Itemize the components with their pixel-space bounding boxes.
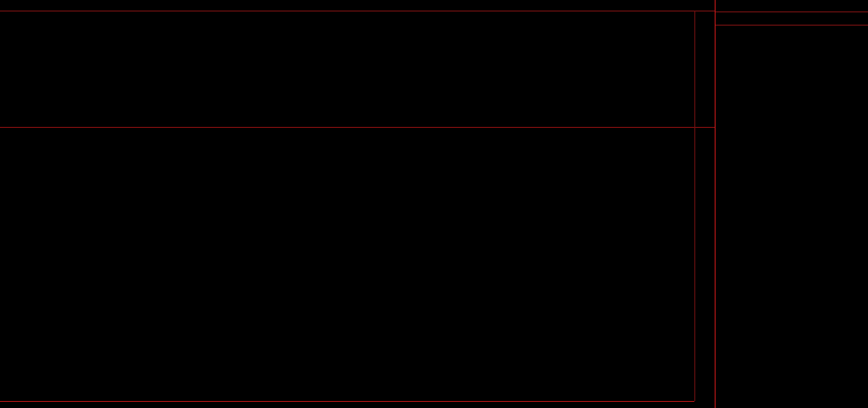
stock-app-window [0, 0, 868, 408]
sector-line [3, 25, 8, 35]
tick-trade-list[interactable] [716, 286, 868, 408]
chart-right-border [694, 11, 695, 401]
candlestick-plot [0, 11, 694, 127]
panel-divider [0, 127, 715, 128]
signal-plot [0, 129, 694, 401]
sub-indicator-panel[interactable] [0, 129, 694, 402]
menubar-divider [0, 11, 715, 11]
quote-panel-header[interactable] [716, 0, 868, 12]
main-chart[interactable] [0, 11, 694, 127]
quote-panel [716, 0, 868, 408]
period-menubar [0, 0, 715, 11]
price-axis [695, 0, 715, 408]
level-l-badge [716, 0, 718, 11]
weibi-row [716, 12, 868, 26]
